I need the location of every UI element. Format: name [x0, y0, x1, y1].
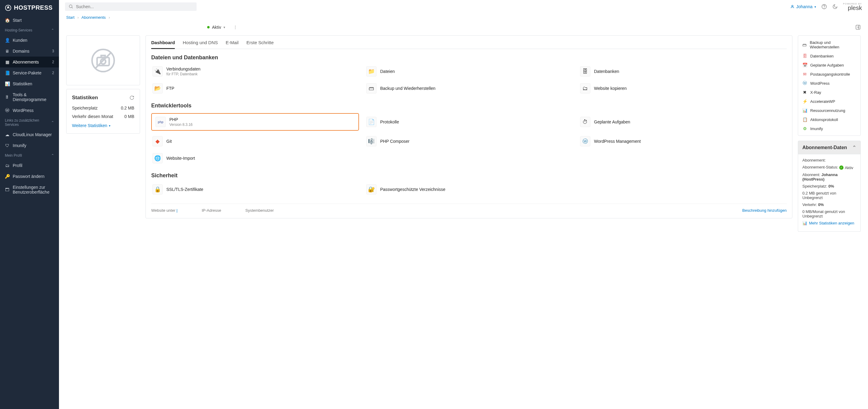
collapse-panel-button[interactable] [855, 25, 861, 30]
shield-icon: 🛡 [5, 143, 10, 148]
sidebar-item-cloudlinux[interactable]: ☁ CloudLinux Manager [0, 129, 59, 140]
website-link[interactable]: | [177, 208, 178, 213]
ql-resources[interactable]: 📊Ressourcennutzung [798, 106, 861, 115]
status-toggle[interactable]: Aktiv ▾ [207, 25, 225, 30]
moon-icon[interactable] [832, 4, 838, 9]
sidebar-item-abonnements[interactable]: ▦ Abonnements 2 [0, 57, 59, 67]
website-under-label: Website unter [151, 208, 176, 213]
tool-databases[interactable]: 🗄Datenbanken [579, 65, 787, 78]
more-stats-link[interactable]: Weitere Statistiken ▾ [72, 123, 111, 128]
ftp-icon: 📂 [152, 83, 163, 93]
status-label: Aktiv [212, 25, 221, 30]
sidebar-item-wordpress[interactable]: ⓦ WordPress [0, 105, 59, 116]
sliders-icon: 🎚 [5, 95, 10, 99]
panel-space-label: Speicherplatz: [802, 184, 827, 188]
tab-dashboard[interactable]: Dashboard [151, 40, 175, 49]
profile-icon: 🗂 [5, 163, 10, 168]
search-input[interactable] [76, 4, 193, 9]
panel-traffic-line: 0 MB/Monat genutzt von Unbegrenzt [802, 209, 856, 218]
tool-git[interactable]: ◆Git [151, 135, 359, 148]
sidebar-item-imunify[interactable]: 🛡 Imunify [0, 140, 59, 151]
sidebar-item-passwort[interactable]: 🔑 Passwort ändern [0, 171, 59, 182]
tool-label: WordPress Management [594, 139, 641, 144]
ql-acceleratewp[interactable]: ⚡AccelerateWP [798, 97, 861, 106]
tool-logs[interactable]: 📄Protokolle [365, 113, 573, 131]
tool-password-dirs[interactable]: 🔐Passwortgeschützte Verzeichnisse [365, 183, 573, 196]
section-title-files: Dateien und Datenbanken [151, 55, 787, 61]
ql-label: Postausgangskontrolle [810, 72, 850, 76]
chevron-down-icon: ▾ [109, 124, 111, 127]
sidebar-item-einstellungen[interactable]: 🗔 Einstellungen zur Benutzeroberfläche [0, 182, 59, 197]
sidebar-item-label: Tools & Dienstprogramme [13, 92, 54, 102]
status-badge: ✓ Aktiv [839, 165, 853, 170]
user-menu[interactable]: Johanna ▾ [790, 4, 816, 9]
stats-row-space: Speicherplatz 0.2 MB [72, 104, 134, 112]
breadcrumb-abonnements[interactable]: Abonnements [81, 15, 105, 20]
ql-label: Ressourcennutzung [810, 108, 845, 113]
sidebar-item-kunden[interactable]: 👤 Kunden [0, 35, 59, 46]
tool-php[interactable]: phpPHPVersion 8.3.16 [151, 113, 359, 131]
brand-icon [5, 4, 11, 11]
search-box[interactable] [65, 2, 196, 11]
kebab-menu[interactable]: ⋮ [233, 25, 238, 30]
help-icon[interactable] [822, 4, 827, 9]
add-description-link[interactable]: Beschreibung hinzufügen [742, 208, 787, 213]
sidebar-item-service-pakete[interactable]: 📘 Service-Pakete 2 [0, 67, 59, 78]
tool-backup[interactable]: 🗃Backup und Wiederherstellen [365, 82, 573, 95]
tab-bar: Dashboard Hosting und DNS E-Mail Erste S… [151, 40, 787, 49]
screenshot-placeholder[interactable] [66, 35, 140, 85]
sidebar-section-links[interactable]: Links zu zusätzlichen Services ⌃ [0, 116, 59, 129]
tool-composer[interactable]: 🎼PHP Composer [365, 135, 573, 148]
chevron-right-icon: › [108, 15, 110, 20]
tools-security: 🔒SSL/TLS-Zertifikate 🔐Passwortgeschützte… [151, 183, 787, 196]
ql-xray[interactable]: ✖X-Ray [798, 88, 861, 97]
breadcrumb-start[interactable]: Start [66, 15, 74, 20]
tool-sub: Version 8.3.16 [169, 123, 193, 127]
panel-more-stats-link[interactable]: 📊 Mehr Statistiken anzeigen [802, 221, 855, 225]
refresh-icon[interactable] [129, 95, 134, 100]
ql-wordpress[interactable]: ⓦWordPress [798, 78, 861, 88]
tool-scheduled-tasks[interactable]: ⏱Geplante Aufgaben [579, 113, 787, 131]
tool-wordpress-mgmt[interactable]: ⓦWordPress Management [579, 135, 787, 148]
sidebar-item-label: Profil [13, 163, 22, 168]
ip-label: IP-Adresse [202, 208, 221, 213]
tool-website-import[interactable]: 🌐Website-Import [151, 152, 359, 164]
panel-traffic-label: Verkehr: [802, 202, 817, 207]
tool-connection-data[interactable]: 🔌Verbindungsdatenfür FTP, Datenbank [151, 65, 359, 78]
ql-backup[interactable]: 🗃Backup und Wiederherstellen [798, 38, 861, 52]
sidebar-item-label: WordPress [13, 108, 34, 113]
badge: 3 [52, 49, 54, 53]
tab-hosting[interactable]: Hosting und DNS [183, 40, 218, 49]
sidebar-section-hosting[interactable]: Hosting-Services ⌃ [0, 26, 59, 35]
sidebar-item-start[interactable]: 🏠 Start [0, 15, 59, 26]
ql-imunify[interactable]: ⚙Imunify [798, 124, 861, 133]
wordpress-icon: ⓦ [580, 136, 590, 147]
tool-ftp[interactable]: 📂FTP [151, 82, 359, 95]
link-label: Mehr Statistiken anzeigen [809, 221, 855, 225]
tab-email[interactable]: E-Mail [226, 40, 239, 49]
brand-logo[interactable]: HOSTPRESS [0, 0, 59, 15]
sidebar-item-statistiken[interactable]: 📊 Statistiken [0, 78, 59, 89]
svg-rect-11 [101, 55, 105, 58]
cloud-icon: ☁ [5, 132, 10, 137]
sidebar-section-profil[interactable]: Mein Profil ⌃ [0, 151, 59, 160]
chart-icon: 📊 [802, 221, 807, 225]
sidebar-item-tools[interactable]: 🎚 Tools & Dienstprogramme [0, 89, 59, 105]
sidebar-item-profil[interactable]: 🗂 Profil [0, 160, 59, 171]
tool-copy-website[interactable]: 🗂Website kopieren [579, 82, 787, 95]
tool-ssl[interactable]: 🔒SSL/TLS-Zertifikate [151, 183, 359, 196]
tool-files[interactable]: 📁Dateien [365, 65, 573, 78]
ql-actionlog[interactable]: 📋Aktionsprotokoll [798, 115, 861, 124]
camera-off-icon [91, 49, 115, 73]
ql-databases[interactable]: 🗄Datenbanken [798, 52, 861, 61]
tab-first-steps[interactable]: Erste Schritte [247, 40, 274, 49]
sidebar-item-domains[interactable]: 🖥 Domains 3 [0, 46, 59, 57]
panel-header[interactable]: Abonnement-Daten ⌃ [798, 141, 861, 154]
ql-scheduled[interactable]: 📅Geplante Aufgaben [798, 61, 861, 70]
tool-label: Geplante Aufgaben [594, 120, 630, 124]
brand-text: HOSTPRESS [14, 4, 53, 11]
ql-mail-out[interactable]: ✉Postausgangskontrolle [798, 70, 861, 78]
chevron-down-icon: ▾ [814, 5, 816, 8]
ql-label: X-Ray [810, 90, 821, 95]
tool-label: Dateien [380, 69, 395, 74]
